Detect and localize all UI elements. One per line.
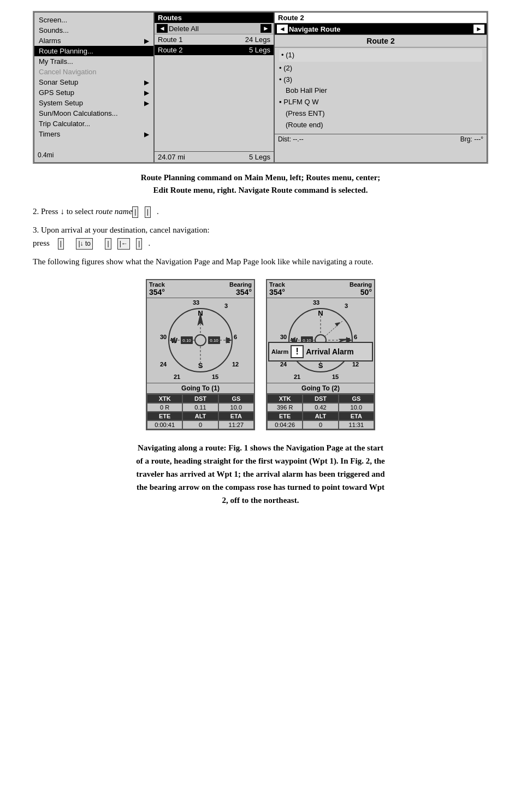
route2-header: Route 2 (275, 13, 487, 23)
svg-text:21: 21 (174, 374, 180, 380)
svg-text:33: 33 (193, 299, 199, 306)
fig2-gs-header: GS (339, 394, 374, 403)
fig1-ete-header: ETE (147, 412, 182, 420)
fig2-dst-header: DST (303, 394, 338, 403)
fig2-xtk-header: XTK (267, 394, 303, 403)
menu-sonar-setup[interactable]: Sonar Setup ▶ (34, 77, 153, 87)
waypoint-1: • (1) (279, 49, 482, 62)
total-distance: 24.07 mi (158, 153, 185, 161)
nav-left-arrow[interactable]: ◄ (277, 25, 288, 33)
routes-footer: 24.07 mi 5 Legs (155, 151, 274, 162)
nav-right-arrow[interactable]: ► (473, 25, 484, 33)
edit-route-panel: Route 2 ◄ Navigate Route ► Route 2 • (1)… (274, 12, 487, 163)
svg-text:15: 15 (332, 374, 339, 380)
nav-description: The following figures show what the Navi… (33, 255, 488, 268)
fig1-going-to: Going To (1) (147, 383, 254, 394)
route2-name: Route 2 (158, 46, 183, 54)
menu-screen[interactable]: Screen... (34, 15, 153, 25)
bottom-caption: Navigating along a route: Fig. 1 shows t… (33, 441, 488, 507)
menu-sounds[interactable]: Sounds... (34, 25, 153, 35)
right-arrow-btn[interactable]: ► (260, 24, 271, 33)
svg-text:12: 12 (232, 361, 239, 368)
route2-item[interactable]: Route 2 5 Legs (155, 45, 274, 55)
fig2-alt-header: ALT (303, 412, 338, 420)
menu-cancel-navigation: Cancel Navigation (34, 67, 153, 77)
fig2-eta-header: ETA (339, 412, 374, 420)
figure-1: Track354° Bearing354° 33 3 30 6 24 12 21… (146, 279, 255, 430)
navigate-route-bar[interactable]: ◄ Navigate Route ► (275, 23, 487, 35)
fig2-dst-val: 0.42 (303, 403, 338, 412)
fig2-going-to: Going To (2) (267, 383, 374, 394)
svg-text:6: 6 (234, 334, 237, 340)
fig1-eta-val: 11:27 (218, 420, 254, 429)
route1-item[interactable]: Route 1 24 Legs (155, 34, 274, 45)
menu-my-trails[interactable]: My Trails... (34, 56, 153, 67)
waypoints-list: • (1) • (2) • (3) Bob Hall Pier ▪ PLFM Q… (275, 48, 487, 133)
fig1-alt-val: 0 (182, 420, 218, 429)
routes-panel: Routes ◄ Delete All ► Route 1 24 Legs Ro… (154, 12, 274, 163)
delete-all-row[interactable]: ◄ Delete All ► (155, 23, 274, 34)
navigate-route-label: Navigate Route (289, 25, 341, 33)
route-dist-brg: Dist: --.-- Brg: ---° (275, 134, 487, 144)
fig1-xtk-val: 0 R (147, 403, 182, 412)
system-arrow: ▶ (144, 99, 149, 107)
alarm-popup: Alarm ! Arrival Alarm (268, 342, 373, 361)
figure-2: Track354° Bearing50° 33 3 30 6 24 12 21 … (266, 279, 375, 430)
alarm-icon: ! (291, 345, 304, 358)
menu-timers[interactable]: Timers ▶ (34, 129, 153, 139)
menu-gps-setup[interactable]: GPS Setup ▶ (34, 87, 153, 98)
route1-name: Route 1 (158, 35, 183, 44)
fig2-track-label: Track354° (269, 281, 285, 297)
alarm-arrival-text: Arrival Alarm (306, 347, 353, 356)
svg-point-15 (195, 335, 206, 346)
pipe5: | (105, 238, 111, 250)
fig2-alt-val: 0 (303, 420, 338, 429)
svg-text:3: 3 (224, 303, 228, 309)
instruction-2: 2. Press ↓ to select route name| | . (33, 205, 488, 218)
timers-arrow: ▶ (144, 131, 149, 138)
routes-header: Routes (155, 13, 274, 23)
waypoint-route-end: (Route end) (279, 120, 482, 131)
route1-legs: 24 Legs (245, 35, 270, 44)
menu-route-planning[interactable]: Route Planning... (34, 46, 153, 56)
menu-system-setup[interactable]: System Setup ▶ (34, 98, 153, 108)
fig2-gs-val: 10.0 (339, 403, 374, 412)
waypoint-press-ent: (Press ENT) (279, 108, 482, 120)
menu-sun-moon[interactable]: Sun/Moon Calculations... (34, 108, 153, 118)
svg-text:6: 6 (354, 334, 357, 340)
fig2-bearing-label: Bearing50° (350, 281, 372, 297)
fig2-eta-val: 11:31 (339, 420, 374, 429)
alarms-arrow: ▶ (144, 37, 149, 45)
pipe2: | (145, 206, 151, 218)
waypoint-plfm: ▪ PLFM Q W (279, 97, 482, 108)
dist-label: Dist: --.-- (278, 135, 304, 143)
svg-text:0.10: 0.10 (182, 338, 191, 343)
fig1-ete-val: 0:00:41 (147, 420, 182, 429)
fig2-xtk-val: 396 R (267, 403, 303, 412)
fig1-header: Track354° Bearing354° (147, 280, 254, 298)
fig2-compass: 33 3 30 6 24 12 21 15 N S E W (267, 298, 374, 383)
pipe6-left: |← (117, 238, 130, 250)
fig1-gs-header: GS (218, 394, 254, 403)
figures-row: Track354° Bearing354° 33 3 30 6 24 12 21… (33, 279, 488, 430)
total-legs: 5 Legs (249, 153, 270, 161)
left-arrow-btn[interactable]: ◄ (157, 24, 168, 33)
svg-text:12: 12 (352, 361, 359, 368)
fig2-data-grid: XTK DST GS 396 R 0.42 10.0 ETE ALT ETA 0… (267, 394, 374, 429)
gps-arrow: ▶ (144, 89, 149, 97)
menu-trip-calc[interactable]: Trip Calculator... (34, 118, 153, 129)
fig1-eta-header: ETA (218, 412, 254, 420)
pipe3: | (58, 238, 64, 250)
fig1-track-label: Track354° (149, 281, 165, 297)
odometer: 0.4mi (34, 150, 153, 160)
menu-alarms[interactable]: Alarms ▶ (34, 35, 153, 46)
waypoint-bob-hall: Bob Hall Pier (279, 85, 482, 97)
svg-text:15: 15 (212, 374, 218, 380)
fig2-header: Track354° Bearing50° (267, 280, 374, 298)
fig1-bearing-label: Bearing354° (229, 281, 252, 297)
sonar-arrow: ▶ (144, 79, 149, 86)
fig1-dst-header: DST (182, 394, 218, 403)
instruction-3: 3. Upon arrival at your destination, can… (33, 223, 488, 250)
svg-text:24: 24 (160, 361, 167, 368)
fig1-compass: 33 3 30 6 24 12 21 15 N S E W (147, 298, 254, 383)
